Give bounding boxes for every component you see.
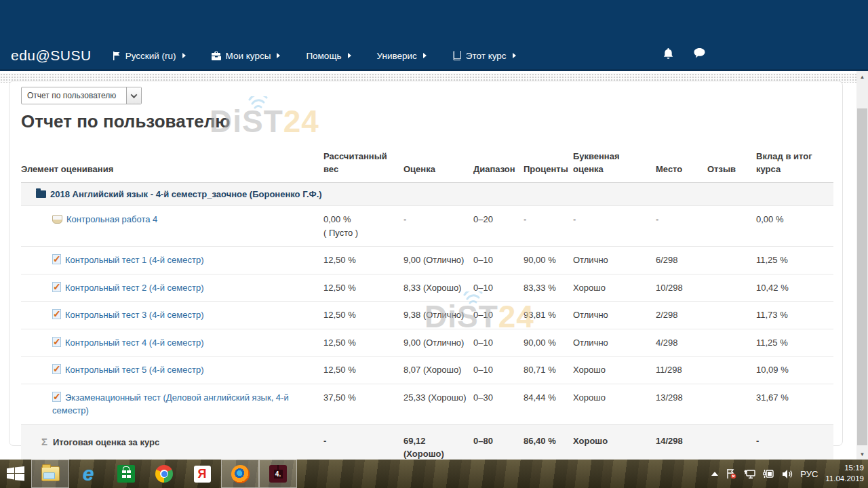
grade-item-link[interactable]: Экзаменационный тест (Деловой английский…: [52, 392, 289, 416]
grade-table-header-row: Элемент оценивания Рассчитанный вес Оцен…: [21, 148, 833, 182]
cell-feedback: [707, 274, 756, 302]
cell-contribution: 11,25 %: [756, 247, 833, 274]
windows-store-icon: [117, 465, 135, 483]
taskbar-windows-store[interactable]: [107, 460, 145, 488]
app-4-icon: 4.: [269, 465, 287, 483]
taskbar-yandex-browser[interactable]: Я: [183, 460, 221, 488]
chat-icon[interactable]: [694, 48, 705, 62]
cell-item-name: Контрольный тест 2 (4-й семестр): [21, 274, 323, 302]
site-logo[interactable]: edu@SUSU: [11, 47, 92, 64]
cell-feedback: [707, 384, 756, 424]
cell-letter: Хорошо: [573, 384, 656, 424]
header-icon-group: [663, 48, 705, 62]
volume-icon[interactable]: [782, 469, 793, 479]
tray-expand-icon[interactable]: [711, 472, 718, 476]
cell-item-name: Контрольный тест 1 (4-й семестр): [21, 247, 323, 274]
start-button[interactable]: [0, 460, 31, 488]
nav-help-menu[interactable]: Помощь: [306, 51, 351, 61]
grade-item-link[interactable]: Контрольная работа 4: [66, 214, 157, 224]
cell-grade: 25,33 (Хорошо): [403, 384, 473, 424]
cell-weight: 12,50 %: [323, 247, 403, 274]
cell-contribution: 0,00 %: [756, 206, 833, 247]
book-icon: [452, 51, 461, 60]
cell-grade: 9,38 (Отлично): [403, 302, 473, 329]
clock[interactable]: 15:19 11.04.2019: [825, 463, 864, 484]
battery-icon[interactable]: [763, 469, 774, 479]
main-navbar: edu@SUSU Русский (ru) Мои курсы Помощь: [0, 45, 868, 66]
grade-item-row: Контрольный тест 1 (4-й семестр)12,50 %9…: [21, 247, 833, 274]
network-icon[interactable]: [744, 469, 755, 479]
grade-item-link[interactable]: Контрольный тест 3 (4-й семестр): [65, 310, 203, 320]
grade-item-link[interactable]: Контрольный тест 5 (4-й семестр): [65, 365, 203, 375]
cell-rank: 2/298: [656, 302, 707, 329]
cell-range: 0–10: [473, 302, 524, 329]
col-header-feedback: Отзыв: [707, 148, 756, 182]
grade-table: Элемент оценивания Рассчитанный вес Оцен…: [21, 148, 833, 480]
col-header-weight: Рассчитанный вес: [323, 148, 403, 182]
scrollbar-up-arrow[interactable]: ▴: [856, 71, 868, 82]
nav-univeris-menu[interactable]: Универис: [377, 51, 427, 61]
grade-item-link[interactable]: Контрольный тест 4 (4-й семестр): [65, 338, 203, 348]
taskbar-app-4[interactable]: 4.: [259, 460, 297, 488]
select-dropdown-button[interactable]: [126, 87, 141, 104]
category-label: 2018 Английский язык - 4-й семестр_заочн…: [50, 189, 322, 199]
nav-this-course-menu[interactable]: Этот курс: [452, 51, 516, 61]
cell-contribution: 11,25 %: [756, 329, 833, 357]
yandex-browser-icon: Я: [194, 466, 211, 483]
cell-item-name: Экзаменационный тест (Деловой английский…: [21, 384, 323, 424]
cell-percent: 90,00 %: [524, 247, 573, 274]
cell-item-name: Контрольный тест 4 (4-й семестр): [21, 329, 323, 357]
action-center-flag-icon[interactable]: [726, 468, 736, 479]
quiz-icon: [52, 254, 61, 264]
sigma-icon: Σ: [41, 436, 47, 447]
taskbar-firefox[interactable]: [221, 460, 259, 488]
chevron-right-icon: [513, 53, 516, 58]
cell-item-name: Контрольный тест 3 (4-й семестр): [21, 302, 323, 329]
language-indicator[interactable]: РУС: [800, 469, 818, 479]
cell-weight: 12,50 %: [323, 329, 403, 357]
cell-category-name: 2018 Английский язык - 4-й семестр_заочн…: [21, 182, 833, 206]
grade-item-link[interactable]: Контрольный тест 2 (4-й семестр): [65, 283, 203, 293]
taskbar-internet-explorer[interactable]: e: [69, 460, 107, 488]
cell-contribution: 10,42 %: [756, 274, 833, 302]
scrollbar-thumb[interactable]: [857, 108, 867, 445]
cell-contribution: 31,67 %: [756, 384, 833, 424]
cell-percent: 90,00 %: [524, 329, 573, 357]
cell-range: 0–30: [473, 384, 524, 424]
cell-item-name: Контрольная работа 4: [21, 206, 323, 247]
cell-weight: 0,00 %( Пусто ): [323, 206, 403, 247]
report-type-select[interactable]: Отчет по пользователю: [21, 87, 142, 104]
cell-contribution: 10,09 %: [756, 357, 833, 384]
cell-percent: 83,33 %: [524, 274, 573, 302]
flag-icon: [112, 52, 121, 60]
cell-feedback: [707, 206, 756, 247]
briefcase-icon: [212, 52, 221, 60]
chevron-right-icon: [348, 53, 351, 58]
nav-label: Русский (ru): [125, 51, 176, 61]
cell-weight: 12,50 %: [323, 302, 403, 329]
clock-time: 15:19: [825, 463, 864, 474]
cell-range: 0–10: [473, 329, 524, 357]
page-scrollbar[interactable]: ▴ ▾: [856, 71, 868, 460]
cell-contribution: 11,73 %: [756, 302, 833, 329]
page-title: Отчет по пользователю: [21, 111, 231, 132]
nav-label: Этот курс: [466, 51, 507, 61]
chevron-right-icon: [277, 53, 280, 58]
file-explorer-icon: [41, 466, 60, 481]
grade-item-link[interactable]: Контрольный тест 1 (4-й семестр): [65, 255, 203, 265]
cell-grade: -: [403, 206, 473, 247]
taskbar-chrome[interactable]: [145, 460, 183, 488]
assignment-icon: [52, 215, 62, 224]
cell-weight: 37,50 %: [323, 384, 403, 424]
nav-my-courses-menu[interactable]: Мои курсы: [212, 51, 281, 61]
scrollbar-down-arrow[interactable]: ▾: [856, 449, 868, 460]
nav-label: Универис: [377, 51, 417, 61]
cell-letter: Отлично: [573, 329, 656, 357]
nav-language-menu[interactable]: Русский (ru): [112, 51, 186, 61]
total-label: Итоговая оценка за курс: [53, 437, 159, 447]
taskbar-file-explorer[interactable]: [31, 460, 69, 488]
cell-range: 0–10: [473, 357, 524, 384]
chevron-right-icon: [423, 53, 427, 58]
cell-letter: Хорошо: [573, 274, 656, 302]
bell-icon[interactable]: [663, 48, 673, 62]
